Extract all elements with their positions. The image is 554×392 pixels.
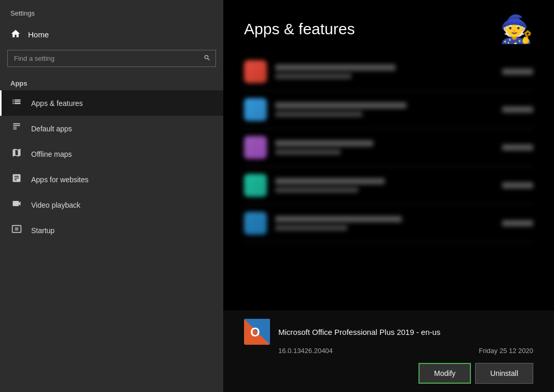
default-apps-icon: [10, 122, 23, 135]
app-version: 16.0.13426.20404: [278, 347, 333, 355]
sidebar-item-apps-websites[interactable]: Apps for websites: [0, 167, 223, 192]
selected-app-row: O Microsoft Office Professional Plus 201…: [223, 310, 554, 392]
section-label: Apps: [0, 74, 223, 90]
search-icon: [204, 54, 211, 63]
app-details: Microsoft Office Professional Plus 2019 …: [278, 328, 533, 336]
startup-icon: [10, 224, 23, 237]
blurred-app-row-4: [244, 167, 533, 205]
sidebar-item-video-playback[interactable]: Video playback: [0, 192, 223, 218]
uninstall-button[interactable]: Uninstall: [475, 363, 533, 384]
blurred-app-row-2: [244, 91, 533, 129]
main-content: Apps & features 🧙: [223, 0, 554, 392]
blurred-app-row-1: [244, 53, 533, 91]
avatar: 🧙: [499, 16, 533, 43]
sidebar-item-default-apps[interactable]: Default apps: [0, 116, 223, 141]
home-label: Home: [28, 30, 49, 39]
default-apps-label: Default apps: [31, 125, 72, 133]
svg-text:O: O: [250, 325, 260, 339]
blurred-app-row-3: [244, 129, 533, 167]
home-icon: [10, 29, 21, 40]
app-date: Friday 25 12 2020: [479, 347, 533, 355]
offline-maps-label: Offline maps: [31, 150, 72, 158]
page-title: Apps & features: [244, 20, 355, 38]
search-box: [7, 50, 216, 67]
apps-websites-icon: [10, 173, 23, 186]
app-list: [223, 53, 554, 310]
sidebar-item-offline-maps[interactable]: Offline maps: [0, 141, 223, 167]
sidebar-item-apps-features[interactable]: Apps & features: [0, 90, 223, 116]
apps-websites-label: Apps for websites: [31, 175, 89, 184]
offline-maps-icon: [10, 147, 23, 160]
app-meta-row: 16.0.13426.20404 Friday 25 12 2020: [244, 347, 533, 355]
apps-features-icon: [10, 97, 23, 110]
app-name: Microsoft Office Professional Plus 2019 …: [278, 328, 533, 336]
video-playback-label: Video playback: [31, 201, 80, 209]
sidebar-title: Settings: [0, 0, 223, 22]
sidebar: Settings Home Apps Apps & features: [0, 0, 223, 392]
video-playback-icon: [10, 198, 23, 211]
main-header: Apps & features 🧙: [223, 0, 554, 53]
office-app-icon: O: [244, 319, 270, 345]
blurred-app-row-5: [244, 205, 533, 242]
sidebar-item-startup[interactable]: Startup: [0, 218, 223, 243]
apps-features-label: Apps & features: [31, 99, 83, 107]
sidebar-home-item[interactable]: Home: [0, 22, 223, 47]
startup-label: Startup: [31, 226, 55, 235]
app-buttons-row: Modify Uninstall: [244, 360, 533, 384]
search-input[interactable]: [7, 50, 216, 67]
selected-app-top: O Microsoft Office Professional Plus 201…: [244, 319, 533, 345]
modify-button[interactable]: Modify: [418, 363, 471, 384]
